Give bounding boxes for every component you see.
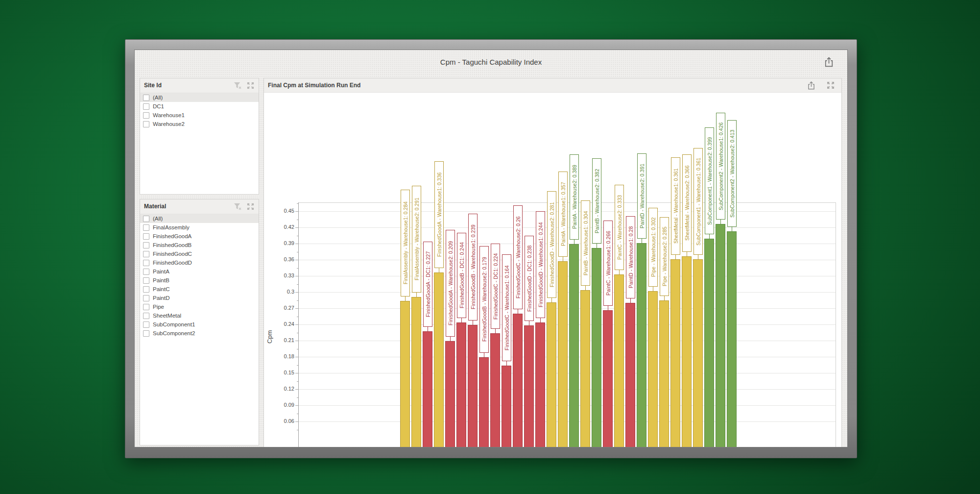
y-tick-label: 0.12 xyxy=(270,386,294,392)
bar-value-label: SubComponent1 - Warehouse2: 0.399 xyxy=(705,127,714,234)
y-major-tick xyxy=(295,357,298,357)
filter-item-painta[interactable]: PaintA xyxy=(140,267,259,276)
filter-item-finalassembly[interactable]: FinalAssembly xyxy=(140,223,259,232)
bar-label-connector xyxy=(428,327,428,331)
bar-label-connector xyxy=(563,257,563,261)
bar-SubComponent1-Warehouse1[interactable] xyxy=(693,259,703,447)
bar-value-label: PaintA - Warehouse2: 0.389 xyxy=(570,154,579,240)
bar-label-connector xyxy=(461,318,462,322)
bar-PaintD-Warehouse1[interactable] xyxy=(625,303,635,447)
checkbox[interactable] xyxy=(143,321,149,328)
bar-SheetMetal-Warehouse2[interactable] xyxy=(682,256,692,447)
bar-SubComponent1-Warehouse2[interactable] xyxy=(704,239,714,447)
plot-right-border xyxy=(836,202,836,447)
bar-FinishedGoodB-DC1[interactable] xyxy=(456,322,466,447)
clear-filter-button[interactable] xyxy=(234,82,242,89)
filter-item-sheetmetal[interactable]: SheetMetal xyxy=(140,311,259,320)
checkbox[interactable] xyxy=(143,286,149,293)
bar-SubComponent2-Warehouse1[interactable] xyxy=(716,224,725,447)
filter-list: (All)DC1Warehouse1Warehouse2 xyxy=(140,93,259,194)
dashboard-title-bar[interactable]: Cpm - Taguchi Capability Index xyxy=(135,50,847,74)
filter-item-paintc[interactable]: PaintC xyxy=(140,285,259,294)
checkbox[interactable] xyxy=(143,95,149,101)
bar-FinishedGoodA-Warehouse1[interactable] xyxy=(434,272,444,447)
bar-FinishedGoodB-Warehouse2[interactable] xyxy=(479,357,489,447)
bar-FinishedGoodC-DC1[interactable] xyxy=(490,333,500,447)
y-major-tick xyxy=(295,292,298,293)
filter-item-dc1[interactable]: DC1 xyxy=(140,102,259,111)
filter-item-subcomponent1[interactable]: SubComponent1 xyxy=(140,320,259,329)
bar-FinishedGoodA-DC1[interactable] xyxy=(423,331,432,447)
y-major-tick xyxy=(295,389,298,390)
checkbox[interactable] xyxy=(143,260,149,266)
bar-FinishedGoodD-Warehouse1[interactable] xyxy=(535,322,545,447)
checkbox[interactable] xyxy=(143,251,149,257)
chart-export-button[interactable] xyxy=(807,81,816,90)
bar-label-connector xyxy=(608,306,608,310)
filter-item-label: SubComponent2 xyxy=(153,330,195,336)
checkbox[interactable] xyxy=(143,269,149,275)
maximize-item-button[interactable] xyxy=(247,82,254,89)
dashboard-surface: Cpm - Taguchi Capability Index Site Id xyxy=(134,49,848,447)
checkbox[interactable] xyxy=(143,233,149,240)
bar-FinalAssembly-Warehouse2[interactable] xyxy=(411,297,421,447)
bar-FinishedGoodD-Warehouse2[interactable] xyxy=(547,302,556,447)
bar-FinalAssembly-Warehouse1[interactable] xyxy=(400,301,410,447)
bar-value-label: FinalAssembly - Warehouse1: 0.284 xyxy=(401,190,410,296)
checkbox[interactable] xyxy=(143,277,149,284)
bar-FinishedGoodC-Warehouse2[interactable] xyxy=(513,314,523,447)
filter-item-label: FinishedGoodC xyxy=(153,251,192,257)
maximize-item-button[interactable] xyxy=(247,203,254,210)
checkbox[interactable] xyxy=(143,224,149,231)
bar-label-connector xyxy=(687,252,687,256)
bar-FinishedGoodA-Warehouse2[interactable] xyxy=(445,341,455,447)
filter-item-all[interactable]: (All) xyxy=(140,214,259,223)
bar-PaintC-Warehouse2[interactable] xyxy=(614,274,624,447)
bar-label-connector xyxy=(484,353,484,357)
filter-item-label: SheetMetal xyxy=(153,313,181,319)
filter-item-paintb[interactable]: PaintB xyxy=(140,276,259,285)
filter-item-finishedgoodd[interactable]: FinishedGoodD xyxy=(140,258,259,267)
filter-item-finishedgoodb[interactable]: FinishedGoodB xyxy=(140,241,259,249)
y-tick-label: 0.21 xyxy=(270,337,294,343)
bar-FinishedGoodD-DC1[interactable] xyxy=(524,325,534,447)
checkbox[interactable] xyxy=(143,313,149,319)
export-button[interactable] xyxy=(823,56,835,68)
checkbox[interactable] xyxy=(143,103,149,110)
bar-PaintB-Warehouse2[interactable] xyxy=(592,248,601,447)
filter-item-pipe[interactable]: Pipe xyxy=(140,302,259,311)
bar-Pipe-Warehouse1[interactable] xyxy=(648,291,658,447)
filter-item-label: FinishedGoodB xyxy=(153,242,191,248)
bar-PaintA-Warehouse2[interactable] xyxy=(569,244,579,447)
filter-item-warehouse2[interactable]: Warehouse2 xyxy=(140,120,259,128)
checkbox[interactable] xyxy=(143,330,149,337)
bar-label-connector xyxy=(619,270,620,274)
checkbox[interactable] xyxy=(143,216,149,222)
filter-clear-icon xyxy=(234,204,242,212)
bar-PaintC-Warehouse1[interactable] xyxy=(603,310,613,447)
chart-title: Final Cpm at Simulation Run End xyxy=(264,78,360,92)
bar-PaintD-Warehouse2[interactable] xyxy=(637,243,646,447)
bar-SubComponent2-Warehouse2[interactable] xyxy=(727,231,737,447)
bar-FinishedGoodB-Warehouse1[interactable] xyxy=(468,325,478,447)
filter-item-finishedgooda[interactable]: FinishedGoodA xyxy=(140,232,259,241)
bar-FinishedGoodC-Warehouse1[interactable] xyxy=(502,366,511,447)
bar-SheetMetal-Warehouse1[interactable] xyxy=(670,259,680,447)
bar-Pipe-Warehouse2[interactable] xyxy=(659,300,669,448)
filter-item-finishedgoodc[interactable]: FinishedGoodC xyxy=(140,249,259,258)
checkbox[interactable] xyxy=(143,295,149,301)
filter-item-subcomponent2[interactable]: SubComponent2 xyxy=(140,329,259,338)
bar-value-label: FinishedGoodA - DC1: 0.227 xyxy=(423,242,432,327)
checkbox[interactable] xyxy=(143,242,149,248)
checkbox[interactable] xyxy=(143,112,149,119)
bar-PaintB-Warehouse1[interactable] xyxy=(580,290,590,447)
desktop: { "window": { "title": "Cpm - Taguchi Ca… xyxy=(0,0,980,494)
filter-item-warehouse1[interactable]: Warehouse1 xyxy=(140,111,259,120)
chart-maximize-button[interactable] xyxy=(827,81,835,89)
checkbox[interactable] xyxy=(143,121,149,127)
clear-filter-button[interactable] xyxy=(234,203,242,210)
filter-item-all[interactable]: (All) xyxy=(140,93,259,102)
filter-item-paintd[interactable]: PaintD xyxy=(140,294,259,302)
checkbox[interactable] xyxy=(143,304,149,310)
bar-PaintA-Warehouse1[interactable] xyxy=(558,261,568,447)
